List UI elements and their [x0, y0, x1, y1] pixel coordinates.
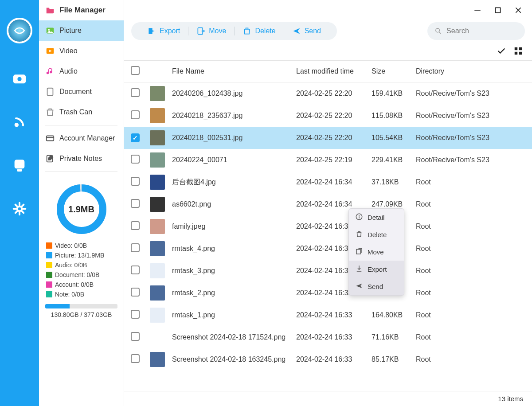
table-row[interactable]: family.jpeg2024-02-24 16:34242.22KBRoot: [124, 215, 532, 238]
svg-rect-20: [515, 47, 517, 50]
file-thumbnail: [150, 308, 165, 323]
svg-rect-4: [17, 169, 22, 171]
file-size-cell: 164.80KB: [368, 304, 412, 326]
file-size-cell: 105.54KB: [368, 127, 412, 149]
sidebar-item-picture[interactable]: Picture: [39, 20, 124, 41]
row-checkbox[interactable]: [131, 110, 140, 119]
legend-row: Document: 0/0B: [46, 271, 117, 278]
svg-rect-9: [47, 88, 53, 96]
sidebar-item-trash-can[interactable]: Trash Can: [39, 102, 124, 122]
col-date[interactable]: Last modified time: [293, 61, 368, 82]
row-checkbox[interactable]: [131, 199, 140, 208]
row-checkbox[interactable]: [131, 133, 140, 142]
file-dir-cell: Root: [412, 326, 532, 348]
account-manager-item[interactable]: Account Manager: [39, 128, 124, 148]
grid-view-button[interactable]: [513, 46, 523, 56]
private-notes-item[interactable]: Private Notes: [39, 148, 124, 169]
svg-rect-23: [519, 52, 522, 55]
picture-icon: [45, 26, 55, 35]
sidebar-item-video[interactable]: Video: [39, 41, 124, 61]
table-row[interactable]: Screenshot 2024-02-18 163245.png2024-02-…: [124, 348, 532, 371]
row-checkbox[interactable]: [131, 243, 140, 252]
file-dir-cell: Root/Recive/Tom's S23: [412, 82, 532, 105]
legend-text: Video: 0/0B: [55, 242, 87, 249]
storage-ring-label: 1.9MB: [55, 183, 108, 236]
device-icon[interactable]: [11, 157, 28, 174]
app-rail: [0, 0, 39, 406]
search-box[interactable]: [427, 22, 525, 40]
table-row[interactable]: 后台截图4.jpg2024-02-24 16:3437.18KBRoot: [124, 171, 532, 193]
col-name[interactable]: File Name: [168, 61, 293, 82]
context-menu: DetailDeleteMoveExportSend: [348, 208, 404, 296]
select-all-checkbox[interactable]: [131, 66, 140, 75]
table-row[interactable]: 20240218_235637.jpg2024-02-25 22:20115.0…: [124, 105, 532, 127]
context-menu-label: Send: [368, 283, 383, 290]
main-panel: Export Move Delete Send: [124, 0, 532, 406]
context-menu-detail[interactable]: Detail: [349, 209, 404, 226]
col-size[interactable]: Size: [368, 61, 412, 82]
table-row[interactable]: Screenshot 2024-02-18 171524.png2024-02-…: [124, 326, 532, 348]
move-label: Move: [209, 27, 226, 35]
legend-row: Audio: 0/0B: [46, 262, 117, 269]
table-row[interactable]: rmtask_3.png2024-02-24 16:33168.58KBRoot: [124, 260, 532, 282]
file-dir-cell: Root: [412, 348, 532, 371]
toolbar: Export Move Delete Send: [124, 20, 532, 45]
file-thumbnail: [150, 152, 165, 168]
app-logo-icon[interactable]: [7, 18, 32, 43]
sidebar-item-document[interactable]: Document: [39, 82, 124, 102]
send-button[interactable]: Send: [284, 27, 329, 35]
sidebar-item-label: Video: [59, 47, 78, 55]
window-close-button[interactable]: [514, 6, 522, 14]
account-manager-label: Account Manager: [59, 134, 115, 142]
storage-panel: 1.9MB Video: 0/0BPicture: 13/1.9MBAudio:…: [39, 175, 124, 322]
table-row[interactable]: rmtask_1.png2024-02-24 16:33164.80KBRoot: [124, 304, 532, 326]
file-dir-cell: Root: [412, 215, 532, 238]
col-dir[interactable]: Directory: [412, 61, 532, 82]
row-checkbox[interactable]: [131, 354, 140, 363]
svg-point-5: [17, 207, 22, 211]
file-name-cell: rmtask_4.png: [168, 238, 293, 260]
file-manager-header[interactable]: File Manager: [39, 0, 124, 20]
context-menu-send[interactable]: Send: [349, 278, 404, 295]
table-row[interactable]: 20240218_002531.jpg2024-02-25 22:20105.5…: [124, 127, 532, 149]
row-checkbox[interactable]: [131, 88, 140, 97]
row-checkbox[interactable]: [131, 221, 140, 230]
search-input[interactable]: [446, 27, 518, 35]
row-checkbox[interactable]: [131, 310, 140, 319]
table-row[interactable]: as6602t.png2024-02-24 16:34247.09KBRoot: [124, 193, 532, 215]
move-button[interactable]: Move: [188, 27, 234, 35]
video-icon: [45, 46, 55, 56]
file-thumbnail: [150, 263, 165, 278]
file-name-cell: rmtask_3.png: [168, 260, 293, 282]
file-name-cell: as6602t.png: [168, 193, 293, 215]
settings-gear-icon[interactable]: [11, 200, 28, 217]
row-checkbox[interactable]: [131, 332, 140, 341]
row-checkbox[interactable]: [131, 288, 140, 297]
sidebar-item-audio[interactable]: Audio: [39, 61, 124, 82]
window-controls: [124, 0, 532, 20]
table-row[interactable]: rmtask_2.png2024-02-24 16:33144.40KBRoot: [124, 282, 532, 304]
file-date-cell: 2024-02-24 16:34: [293, 171, 368, 193]
table-row[interactable]: rmtask_4.png2024-02-24 16:33155.89KBRoot: [124, 238, 532, 260]
table-row[interactable]: 20240224_000712024-02-25 22:19229.41KBRo…: [124, 149, 532, 171]
svg-rect-21: [519, 47, 522, 50]
satellite-icon[interactable]: [11, 113, 28, 130]
table-row[interactable]: 20240206_102438.jpg2024-02-25 22:20159.4…: [124, 82, 532, 105]
svg-rect-11: [47, 137, 54, 138]
context-menu-delete[interactable]: Delete: [349, 226, 404, 243]
export-button[interactable]: Export: [139, 27, 188, 35]
sidebar-item-label: Picture: [59, 27, 82, 35]
camera-icon[interactable]: [11, 70, 28, 87]
window-maximize-button[interactable]: [494, 6, 502, 14]
context-menu-export[interactable]: Export: [349, 261, 404, 278]
svg-point-1: [17, 77, 22, 82]
window-minimize-button[interactable]: [473, 6, 481, 14]
context-menu-move[interactable]: Move: [349, 243, 404, 261]
delete-button[interactable]: Delete: [234, 27, 283, 35]
legend-row: Note: 0/0B: [46, 291, 117, 298]
select-all-button[interactable]: [497, 46, 506, 56]
row-checkbox[interactable]: [131, 177, 140, 186]
row-checkbox[interactable]: [131, 265, 140, 274]
row-checkbox[interactable]: [131, 155, 140, 164]
file-dir-cell: Root/Recive/Tom's S23: [412, 127, 532, 149]
